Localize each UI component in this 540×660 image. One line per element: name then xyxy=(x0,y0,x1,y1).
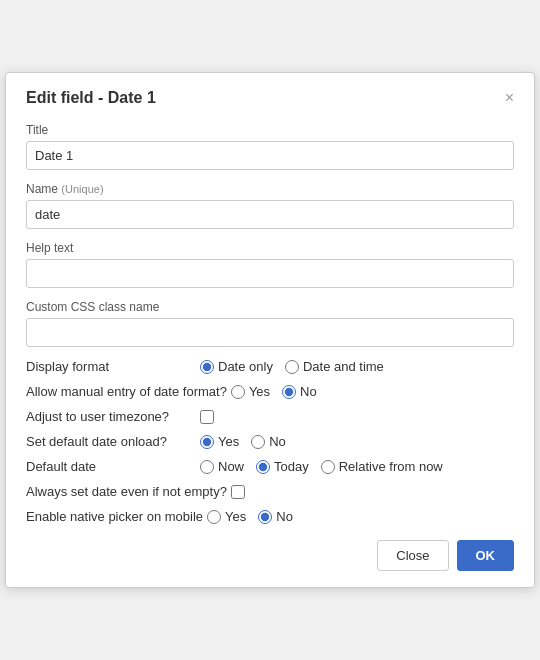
name-unique-label: (Unique) xyxy=(61,183,103,195)
display-format-date-only[interactable]: Date only xyxy=(200,359,273,374)
default-date-today[interactable]: Today xyxy=(256,459,309,474)
help-text-label: Help text xyxy=(26,241,514,255)
always-set-checkbox-group xyxy=(231,485,245,499)
display-format-radio-group: Date only Date and time xyxy=(200,359,384,374)
default-date-radio-group: Now Today Relative from now xyxy=(200,459,443,474)
manual-entry-row: Allow manual entry of date format? Yes N… xyxy=(26,384,514,399)
name-input[interactable] xyxy=(26,200,514,229)
css-class-field-group: Custom CSS class name xyxy=(26,300,514,347)
title-field-group: Title xyxy=(26,123,514,170)
display-format-row: Display format Date only Date and time xyxy=(26,359,514,374)
display-format-date-and-time[interactable]: Date and time xyxy=(285,359,384,374)
default-date-relative[interactable]: Relative from now xyxy=(321,459,443,474)
title-input[interactable] xyxy=(26,141,514,170)
manual-entry-label: Allow manual entry of date format? xyxy=(26,384,227,399)
name-field-group: Name (Unique) xyxy=(26,182,514,229)
native-picker-row: Enable native picker on mobile Yes No xyxy=(26,509,514,524)
css-class-label: Custom CSS class name xyxy=(26,300,514,314)
title-label: Title xyxy=(26,123,514,137)
adjust-timezone-checkbox[interactable] xyxy=(200,410,214,424)
set-default-label: Set default date onload? xyxy=(26,434,196,449)
close-button[interactable]: Close xyxy=(377,540,448,571)
css-class-input[interactable] xyxy=(26,318,514,347)
default-date-row: Default date Now Today Relative from now xyxy=(26,459,514,474)
always-set-label: Always set date even if not empty? xyxy=(26,484,227,499)
always-set-checkbox[interactable] xyxy=(231,485,245,499)
set-default-radio-group: Yes No xyxy=(200,434,286,449)
manual-entry-yes[interactable]: Yes xyxy=(231,384,270,399)
help-text-field-group: Help text xyxy=(26,241,514,288)
always-set-row: Always set date even if not empty? xyxy=(26,484,514,499)
native-picker-radio-group: Yes No xyxy=(207,509,293,524)
ok-button[interactable]: OK xyxy=(457,540,515,571)
modal-title: Edit field - Date 1 xyxy=(26,89,156,107)
manual-entry-no[interactable]: No xyxy=(282,384,317,399)
close-x-icon[interactable]: × xyxy=(505,90,514,106)
adjust-timezone-row: Adjust to user timezone? xyxy=(26,409,514,424)
name-label: Name (Unique) xyxy=(26,182,514,196)
modal-footer: Close OK xyxy=(26,540,514,571)
native-picker-yes[interactable]: Yes xyxy=(207,509,246,524)
set-default-row: Set default date onload? Yes No xyxy=(26,434,514,449)
set-default-yes[interactable]: Yes xyxy=(200,434,239,449)
adjust-timezone-label: Adjust to user timezone? xyxy=(26,409,196,424)
display-format-label: Display format xyxy=(26,359,196,374)
edit-field-modal: Edit field - Date 1 × Title Name (Unique… xyxy=(5,72,535,588)
default-date-now[interactable]: Now xyxy=(200,459,244,474)
default-date-label: Default date xyxy=(26,459,196,474)
adjust-timezone-checkbox-group xyxy=(200,410,214,424)
modal-header: Edit field - Date 1 × xyxy=(26,89,514,107)
native-picker-no[interactable]: No xyxy=(258,509,293,524)
manual-entry-radio-group: Yes No xyxy=(231,384,317,399)
native-picker-label: Enable native picker on mobile xyxy=(26,509,203,524)
set-default-no[interactable]: No xyxy=(251,434,286,449)
help-text-input[interactable] xyxy=(26,259,514,288)
